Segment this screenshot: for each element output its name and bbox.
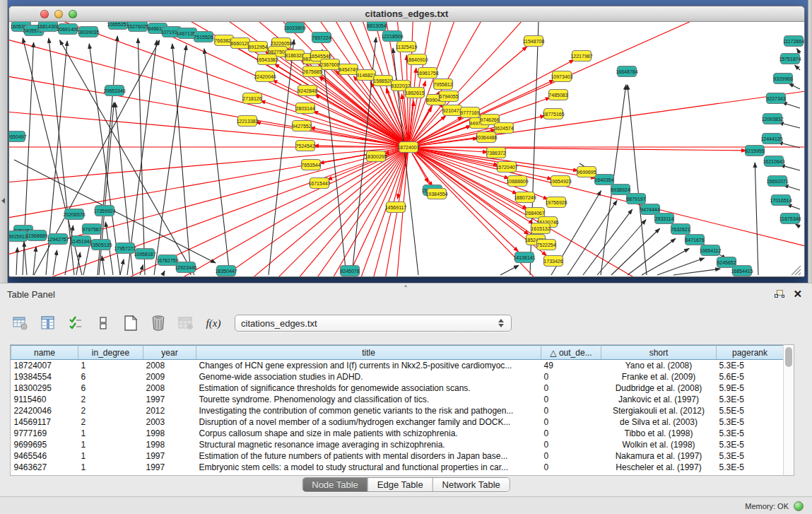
show-columns-button[interactable] — [37, 313, 59, 334]
table-row[interactable]: 977716911998Corpus callosum shape and si… — [11, 428, 784, 439]
graph-node[interactable]: 10654112 — [700, 245, 722, 256]
graph-node[interactable]: 8938924 — [611, 185, 630, 195]
network-graph[interactable]: 1605388024055724168143082069140618039035… — [9, 22, 804, 276]
graph-node[interactable]: 2718126 — [242, 93, 261, 104]
graph-node[interactable]: 20364486 — [475, 132, 497, 143]
table-settings-button[interactable] — [10, 313, 31, 334]
table-row[interactable]: 946362711997Embryonic stem cells: a mode… — [11, 462, 784, 473]
graph-node[interactable]: 9699695 — [577, 167, 596, 177]
table-row[interactable]: 969969511998Structural magnetic resonanc… — [11, 439, 784, 450]
graph-node[interactable]: 2803144 — [295, 103, 314, 114]
graph-node[interactable]: 17957272 — [114, 243, 136, 254]
graph-node[interactable]: 16782759 — [156, 255, 178, 266]
graph-node[interactable]: 8186328 — [285, 50, 304, 61]
minimize-window-button[interactable] — [54, 10, 63, 18]
column-header-name[interactable]: name — [11, 346, 78, 360]
graph-node[interactable]: 7632621 — [671, 224, 690, 235]
graph-node[interactable]: 9242848 — [298, 86, 317, 96]
graph-node[interactable]: 15692071 — [766, 176, 788, 187]
graph-node[interactable]: 12942757 — [47, 234, 69, 245]
graph-node[interactable]: 15720407 — [495, 162, 517, 173]
graph-node[interactable]: 12213383 — [236, 116, 258, 127]
graph-node[interactable]: 15751874 — [779, 54, 801, 64]
graph-node[interactable]: 20206576 — [63, 209, 85, 220]
graph-node[interactable]: 3624574 — [494, 123, 513, 134]
graph-node[interactable]: 7857224 — [312, 33, 331, 43]
table-row[interactable]: 946554611997Estimation of the future num… — [11, 450, 784, 462]
collapsed-right-panel-strip[interactable] — [808, 0, 812, 283]
graph-node[interactable]: 8454749 — [339, 64, 358, 75]
zoom-window-button[interactable] — [69, 10, 77, 18]
table-row[interactable]: 1830029562008Estimation of significance … — [11, 382, 784, 394]
table-selector-dropdown[interactable]: citations_edges.txt — [235, 315, 512, 332]
graph-node[interactable]: 7955812 — [433, 79, 452, 90]
table-vertical-scrollbar[interactable] — [783, 345, 794, 475]
graph-node[interactable]: 2933114 — [655, 214, 674, 224]
delete-table-button-disabled[interactable] — [175, 313, 196, 334]
graph-node[interactable]: 16543382 — [256, 54, 278, 65]
graph-node[interactable]: 17359924 — [93, 206, 115, 216]
graph-node[interactable]: 11568689 — [26, 230, 48, 241]
network-frame-titlebar[interactable]: citations_edges.txt — [9, 6, 804, 22]
graph-node[interactable]: 17016514 — [770, 195, 792, 206]
graph-node[interactable]: 18039035 — [77, 27, 99, 37]
graph-node[interactable]: 9329966 — [773, 74, 792, 84]
table-row[interactable]: 911546021997Tourette syndrome. Phenomeno… — [11, 394, 784, 405]
graph-node[interactable]: 6879197 — [626, 194, 645, 204]
graph-node[interactable]: 8813054 — [367, 22, 386, 31]
graph-node[interactable]: 8912954 — [248, 42, 267, 52]
column-header-short[interactable]: short — [601, 346, 717, 360]
graph-node[interactable]: 9777169 — [460, 107, 479, 118]
graph-node[interactable]: 10958167 — [134, 249, 155, 259]
delete-entries-button[interactable] — [148, 313, 169, 334]
panel-collapse-arrow-icon[interactable] — [1, 198, 5, 204]
graph-node[interactable]: 19654923 — [549, 176, 571, 187]
table-row[interactable]: 1872400712008Changes of HCN gene express… — [11, 360, 784, 371]
graph-node[interactable]: 16854415 — [731, 266, 753, 276]
graph-node[interactable]: 18350447 — [215, 266, 237, 276]
graph-node[interactable]: 7515526 — [194, 32, 213, 42]
close-panel-icon[interactable]: ✕ — [793, 289, 802, 299]
graph-node[interactable]: 16715447 — [308, 178, 330, 189]
graph-node[interactable]: 7524542 — [295, 141, 314, 151]
graph-node[interactable]: 16648784 — [616, 66, 637, 77]
column-header-in_degree[interactable]: in_degree — [78, 346, 143, 360]
table-row[interactable]: 1456911722003Disruption of a novel membe… — [11, 416, 784, 428]
column-header-title[interactable]: title — [196, 346, 541, 360]
graph-node[interactable]: 15276025 — [126, 22, 148, 32]
row-stack-button[interactable] — [93, 313, 114, 334]
graph-node[interactable]: 18300295 — [365, 151, 387, 162]
graph-node[interactable]: 2367608 — [320, 59, 339, 70]
graph-node[interactable]: 12218506 — [381, 31, 403, 42]
graph-node[interactable]: 12923446 — [175, 262, 196, 273]
graph-node[interactable]: 9245078 — [340, 266, 359, 276]
graph-node[interactable]: 11548708 — [523, 36, 545, 47]
function-builder-button[interactable]: f(x) — [203, 313, 224, 334]
graph-node[interactable]: 19384554 — [425, 189, 447, 199]
graph-node[interactable]: 22420046 — [254, 71, 276, 82]
graph-node[interactable]: 12093832 — [761, 114, 783, 124]
graph-node[interactable]: 16961758 — [416, 68, 438, 78]
graph-node[interactable]: 2675685 — [302, 66, 322, 77]
table-row[interactable]: 2242004622012Investigating the contribut… — [11, 405, 784, 416]
graph-node[interactable]: 12444135 — [760, 134, 782, 144]
graph-node[interactable]: 11451944 — [71, 236, 93, 247]
tab-node-table[interactable]: Node Table — [302, 478, 367, 491]
graph-node[interactable]: 16210643 — [763, 156, 784, 167]
column-header-out_de[interactable]: △ out_de... — [541, 346, 601, 360]
graph-node[interactable]: 1588520 — [373, 76, 392, 86]
graph-node[interactable]: 12217987 — [570, 51, 592, 62]
float-panel-icon[interactable] — [775, 290, 784, 299]
graph-node[interactable]: 10688609 — [506, 176, 528, 187]
graph-node[interactable]: 7522254 — [536, 240, 555, 250]
graph-node[interactable]: 18775165 — [542, 109, 564, 119]
graph-node[interactable]: 10655257 — [107, 22, 129, 30]
column-header-pagerank[interactable]: pagerank — [717, 346, 784, 360]
graph-node[interactable]: 11172864 — [783, 36, 804, 47]
graph-node[interactable]: 1862615 — [405, 88, 424, 98]
graph-node[interactable]: 18640910 — [406, 54, 428, 65]
network-canvas[interactable]: 1605388024055724168143082069140618039035… — [9, 22, 804, 276]
graph-node[interactable]: 12650497 — [9, 132, 27, 142]
graph-node[interactable]: 19756928 — [545, 197, 567, 208]
graph-node[interactable]: 9427552 — [292, 121, 311, 132]
